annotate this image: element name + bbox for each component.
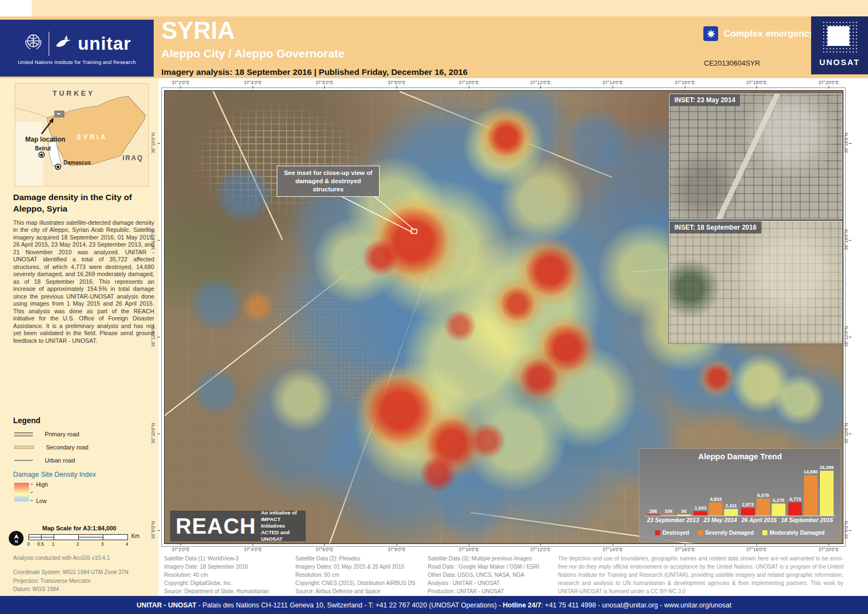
page-title: SYRIA — [161, 19, 468, 43]
unosat-logo-label: UNOSAT — [819, 57, 860, 67]
latitude-label: 36°8'0"N — [150, 513, 156, 548]
chart-bar — [646, 514, 660, 516]
chart-value-label: 34 — [681, 508, 686, 514]
text-line: Coordinate System: WGS 1984 UTM Zone 37N — [13, 568, 129, 577]
text-line: Satellite Data (3): Multiple previous im… — [428, 554, 555, 563]
svg-text:SYRIA: SYRIA — [77, 133, 108, 141]
chart-bar-group: 1,5434,8332,411 — [694, 496, 738, 516]
chart-category-label: 23 May 2014 — [703, 517, 737, 523]
density-gradient-swatch — [14, 483, 29, 501]
text-line: Production: UNITAR - UNOSAT — [428, 587, 555, 595]
unosat-logo: UNOSAT — [811, 16, 868, 74]
chart-bar — [788, 502, 802, 516]
sidebar: TURKEY SYRIA IRAQ Map location Beirut Da… — [0, 78, 159, 596]
scale-tick-label: 3 — [97, 541, 108, 547]
inset-callout: See inset for close-up view of damaged &… — [277, 166, 380, 197]
chart-value-label: 334 — [665, 508, 672, 514]
sidebar-title: Damage density in the City of Aleppo, Sy… — [13, 192, 150, 215]
longitude-label: 37°12'0"E — [519, 80, 562, 85]
reach-logo: REACH An initiative of IMPACT Initiative… — [170, 511, 306, 541]
latitude-label: 36°8'0"N — [843, 513, 849, 548]
chart-legend-entry: Destroyed — [655, 530, 689, 536]
chart-value-label: 206 — [649, 508, 657, 514]
chart-bar — [709, 502, 723, 516]
scale-tick-label: 1 — [48, 541, 59, 547]
svg-text:Damascus: Damascus — [63, 160, 91, 166]
svg-text:N: N — [15, 539, 18, 543]
arcgis-note: Analysis conducted with ArcGIS v10.4.1 — [13, 555, 110, 561]
chart-legend: DestroyedSeverely DamagedModerately Dama… — [639, 530, 841, 536]
reach-wordmark: REACH — [176, 515, 256, 537]
text-line: Projection: Transverse Mercator — [13, 577, 129, 586]
text-line: Analysis : UNITAR - UNOSAT — [428, 579, 555, 587]
chart-categories: 23 September 201323 May 201426 April 201… — [645, 517, 835, 523]
footer-org: UNITAR - UNOSAT — [137, 601, 196, 609]
svg-text:Map location: Map location — [25, 136, 65, 143]
longitude-label: 37°14'0"E — [591, 80, 634, 85]
footer-contacts: : +41 75 411 4998 - unosat@unitar.org - … — [541, 601, 731, 609]
longitude-labels-bottom: 37°2'0"E37°4'0"E37°6'0"E37°8'0"E37°10'0"… — [164, 545, 842, 553]
north-arrow-icon: N — [9, 531, 24, 546]
satellite-data-2: Satellite Data (2): PleiadesImagery Date… — [295, 554, 426, 595]
longitude-label: 37°4'0"E — [231, 547, 275, 552]
map-sheet: unitar United Nations Institute for Trai… — [0, 0, 868, 614]
legend-primary-road: Primary road — [14, 431, 79, 437]
svg-text:TURKEY: TURKEY — [53, 89, 95, 97]
inset-after-label: INSET: 18 September 2016 — [669, 221, 761, 233]
analysis-line: Imagery analysis: 18 September 2016 | Pu… — [161, 67, 468, 77]
longitude-label: 37°6'0"E — [302, 80, 346, 85]
legend-secondary-road: Secondary road — [14, 444, 89, 451]
chart-bar-group: 4,77314,68016,269 — [788, 465, 834, 516]
longitude-label: 37°4'0"E — [231, 80, 275, 85]
scale-bar — [28, 534, 128, 540]
text-line: Resolution: 40 cm — [164, 571, 294, 579]
text-line: Other Data: USGS, UNCS, NASA, NGA — [428, 571, 555, 579]
main-map: See inset for close-up view of damaged &… — [164, 90, 843, 544]
unitar-caption: United Nations Institute for Training an… — [18, 60, 136, 65]
footer-address: - Palais des Nations CH-1211 Geneva 10, … — [196, 601, 503, 609]
legend-urban-road: Urban road — [14, 457, 75, 464]
emergency-star-icon — [703, 26, 718, 41]
scale-tick-label: 2 — [72, 541, 83, 547]
text-line: Copyright: DigitalGlobe, Inc. — [164, 579, 294, 587]
legend-title: Legend — [13, 416, 40, 425]
disclaimer-text: The depiction and use of boundaries, geo… — [558, 554, 843, 595]
unitar-logo: unitar United Nations Institute for Trai… — [0, 20, 154, 77]
logo-divider — [49, 32, 49, 56]
chart-value-label: 4,773 — [789, 496, 801, 502]
chart-bar — [677, 514, 691, 516]
chart-bar-group: 2,8736,0794,275 — [741, 493, 785, 516]
latitude-label: 36°12'0"N — [150, 319, 156, 354]
chart-bar — [804, 475, 818, 516]
density-index-title: Damage Site Density Index — [13, 471, 96, 478]
text-line: Imagery Dates: 01 May 2015 & 26 April 20… — [295, 563, 426, 571]
inset-after: INSET: 18 September 2016 — [669, 221, 842, 343]
chart-value-label: 1,543 — [695, 505, 706, 511]
chart-legend-entry: Severely Damaged — [698, 530, 754, 536]
text-line: Copyright: CNES (2015), Distribution AIR… — [295, 579, 426, 587]
page-subtitle: Aleppo City / Aleppo Governorate — [161, 47, 468, 60]
text-line: Satellite Data (1): WorldView-3 — [164, 554, 294, 563]
latitude-label: 36°10'0"N — [843, 416, 849, 451]
chart-bar — [724, 509, 738, 516]
primary-road-symbol — [14, 432, 33, 436]
chart-value-label: 2,411 — [725, 503, 737, 508]
satellite-data-3: Satellite Data (3): Multiple previous im… — [428, 554, 555, 595]
chart-value-label: 4,833 — [710, 496, 721, 502]
latitude-label: 36°10'0"N — [150, 416, 156, 451]
un-emblem-icon — [22, 32, 44, 56]
chart-category-label: 18 September 2016 — [781, 517, 833, 523]
longitude-label: 37°20'0"E — [807, 80, 850, 85]
emergency-badge: Complex emergency — [703, 26, 814, 41]
chart-value-label: 16,269 — [819, 465, 834, 470]
chart-category-label: 26 April 2015 — [741, 517, 776, 523]
chart-legend-entry: Moderately Damaged — [762, 530, 825, 536]
inset-before: INSET: 23 May 2014 — [669, 93, 842, 219]
scale-title: Map Scale for A3:1:84,000 — [30, 525, 129, 531]
chart-bar — [772, 504, 785, 516]
longitude-label: 37°2'0"E — [159, 80, 202, 85]
longitude-label: 37°16'0"E — [663, 547, 707, 552]
footer-bar: UNITAR - UNOSAT - Palais des Nations CH-… — [0, 596, 868, 614]
longitude-label: 37°16'0"E — [663, 80, 707, 85]
latitude-label: 36°12'0"N — [843, 319, 849, 354]
